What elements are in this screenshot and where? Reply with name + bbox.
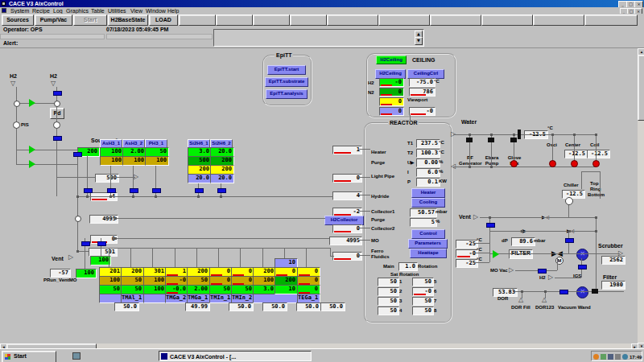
source-cell[interactable]: 100	[100, 156, 124, 166]
hydride-input-box[interactable]: 4	[332, 191, 362, 200]
source-cell[interactable]: 100	[145, 156, 169, 166]
epitt-substrate-button[interactable]: EpiTT.substrate	[265, 77, 308, 87]
mo-total-box[interactable]: 49.99	[185, 302, 210, 311]
t2-value-box[interactable]: 100.3	[416, 149, 440, 158]
valve-icon[interactable]	[53, 91, 62, 96]
coil-temp-box[interactable]: -12.5	[587, 150, 610, 158]
mo-total-box[interactable]: 50.0	[320, 302, 345, 311]
task-button[interactable]: CACE V3 AixControl - [...	[159, 351, 312, 361]
valve-icon[interactable]	[73, 152, 82, 157]
shutoff-valve-icon[interactable]	[592, 289, 598, 294]
i-value-box[interactable]: 6.0	[416, 168, 440, 177]
heattape-temp-box[interactable]: -25	[456, 240, 478, 249]
mdi-child-icon[interactable]	[2, 8, 6, 13]
title-bar[interactable]: CACE V3 AixControl _ □ ×	[0, 0, 644, 7]
valve-icon[interactable]	[84, 188, 93, 193]
heattape-button[interactable]: Heattape	[410, 249, 447, 258]
valve-icon[interactable]	[53, 136, 62, 141]
ceiling-cell[interactable]: -0	[379, 78, 404, 87]
v-scroll-thumb[interactable]	[638, 55, 644, 121]
mo-col-label[interactable]	[143, 294, 167, 303]
alert-scroll-down-icon[interactable]: ▼	[415, 37, 423, 45]
ceiling-cell[interactable]: 0	[379, 107, 404, 116]
valve-icon[interactable]	[97, 241, 106, 246]
p-value-box[interactable]: 0.1	[416, 178, 440, 187]
blank-toolbar-button[interactable]	[327, 14, 378, 26]
scrubber-pump-icon[interactable]: ✕	[576, 249, 588, 261]
ceiling-786-box[interactable]: 786	[409, 88, 436, 97]
tray-icon-3[interactable]	[608, 354, 613, 360]
scrubber-value-box[interactable]: 2562	[601, 256, 625, 265]
valve-icon[interactable]	[565, 238, 574, 243]
blank-toolbar-button[interactable]	[378, 14, 430, 26]
pd-cell-box[interactable]: Pd	[50, 108, 64, 119]
control-button[interactable]: Control	[411, 229, 445, 239]
ceiling-cell[interactable]: 0	[379, 97, 404, 106]
valve-icon[interactable]	[217, 188, 226, 193]
valve-icon[interactable]	[538, 269, 547, 274]
start-button[interactable]: Start	[2, 351, 56, 362]
tray-icon-2[interactable]	[601, 354, 606, 360]
heater-button[interactable]: Heater	[411, 188, 445, 198]
tray-icon-5[interactable]	[622, 354, 628, 360]
sat-rotation-box[interactable]: 50	[412, 306, 434, 315]
sat-rotation-box[interactable]: -0	[412, 287, 434, 296]
tray-clock[interactable]: 17:49	[630, 355, 642, 360]
filter-value-box[interactable]: 1980	[601, 281, 625, 290]
blank-toolbar-button[interactable]	[533, 14, 584, 26]
ceiling-cell[interactable]: 0	[379, 88, 404, 97]
start-button[interactable]: Start	[73, 14, 107, 26]
sat-rotation-box[interactable]: 50	[378, 306, 399, 315]
sources-button[interactable]: Sources	[2, 14, 34, 26]
blank-toolbar-button[interactable]	[290, 14, 327, 26]
load-button[interactable]: LOAD	[149, 14, 178, 26]
ferro-input-box[interactable]: 0	[332, 252, 362, 261]
valve-icon[interactable]	[559, 290, 568, 294]
u-value-box[interactable]: 0.00	[416, 158, 440, 167]
tray-icon-4[interactable]	[615, 354, 621, 360]
center-temp-box[interactable]: -12.5	[564, 150, 588, 158]
mo-total-box[interactable]: 50.0	[229, 302, 254, 311]
heattape-temp-box[interactable]: -25	[456, 259, 478, 268]
mo-total-box[interactable]: 50.0	[262, 302, 287, 311]
valve-icon[interactable]	[107, 188, 116, 193]
shutoff-valve-icon[interactable]	[488, 138, 494, 142]
sat-rotation-box[interactable]: 50	[378, 287, 399, 296]
prun-value-box[interactable]: -57	[50, 269, 71, 278]
blank-toolbar-button[interactable]	[430, 14, 481, 26]
parameters-button[interactable]: Parameters	[408, 239, 448, 249]
lightpipe-input-box[interactable]: 0	[332, 174, 362, 183]
epitt-analysis-button[interactable]: EpiTT.analysis	[266, 89, 308, 99]
app-icon[interactable]	[2, 2, 6, 6]
tray-icon-1[interactable]	[593, 354, 599, 360]
mo-cell[interactable]: 10	[275, 285, 298, 294]
blank-toolbar-button[interactable]	[481, 14, 533, 26]
alert-box[interactable]: ▲ ▼	[213, 29, 424, 47]
filter-inline-box[interactable]: FILTER	[509, 249, 533, 259]
dp-value-box[interactable]: 89.6	[511, 237, 535, 246]
purge-pct-box[interactable]: 5	[410, 218, 437, 227]
flow-100-cell[interactable]: 100	[76, 269, 97, 278]
source-cell[interactable]: 20.0	[188, 174, 212, 183]
sat-rotation-box[interactable]: 50	[412, 297, 434, 306]
sat-rotation-box[interactable]: 50	[412, 278, 434, 286]
quicklaunch-icon[interactable]	[72, 352, 80, 360]
mo-total-box[interactable]: 50.0	[296, 302, 321, 311]
shutoff-valve-icon[interactable]	[466, 138, 473, 142]
flow-500-box[interactable]: 500	[95, 174, 119, 183]
mo-input-box[interactable]: 4995	[329, 237, 362, 245]
h2ceiling-toggle-button[interactable]: H2Ceiling	[376, 56, 407, 64]
h2basestate-button[interactable]: H2BaseState	[108, 14, 148, 26]
v-scrollbar[interactable]: ▴ ▾	[638, 48, 644, 348]
pressure-box[interactable]: 50.57	[410, 208, 437, 217]
heater-input-box[interactable]: 1	[332, 146, 362, 154]
blank-toolbar-button[interactable]	[253, 14, 290, 26]
main-rotation-box[interactable]: 1.0	[398, 262, 418, 271]
valve-icon[interactable]	[486, 223, 495, 228]
cooling-button[interactable]: Cooling	[411, 198, 445, 208]
valve-icon[interactable]	[152, 188, 161, 193]
blank-toolbar-button[interactable]	[179, 14, 216, 26]
shutoff-valve-icon[interactable]	[510, 138, 517, 142]
blank-toolbar-button[interactable]	[216, 14, 253, 26]
sat-rotation-box[interactable]: 50	[378, 278, 399, 286]
